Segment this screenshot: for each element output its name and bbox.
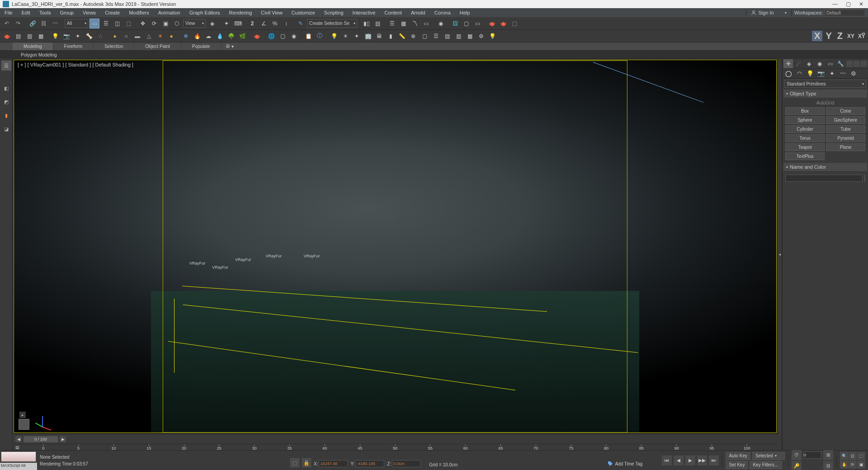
menu-views[interactable]: Views: [78, 8, 100, 17]
menu-edit[interactable]: Edit: [17, 8, 35, 17]
box-icon[interactable]: ▢: [278, 31, 288, 41]
zoom-extents-button[interactable]: ⬚: [857, 452, 865, 460]
ribbon-tab-object-paint[interactable]: Object Paint: [134, 43, 181, 50]
column-icon[interactable]: ▮: [386, 31, 396, 41]
shapes-category-button[interactable]: ◠: [795, 70, 803, 78]
maximize-button[interactable]: ▢: [846, 1, 851, 7]
xy2-plane-button[interactable]: XY̅: [857, 33, 866, 39]
building-icon[interactable]: 🏢: [363, 31, 373, 41]
cone-icon[interactable]: △: [144, 31, 154, 41]
set-key-button[interactable]: Set Key: [726, 461, 748, 469]
teapot-icon[interactable]: 🫖: [2, 31, 12, 41]
selection-filter-dropdown[interactable]: All: [65, 19, 88, 28]
geometry-category-button[interactable]: ◯: [784, 70, 793, 78]
camera-icon[interactable]: 📷: [61, 31, 71, 41]
panel-icon-2[interactable]: ▥: [24, 31, 34, 41]
time-ruler[interactable]: ▤ 0 5 10 15 20 25 30 35 40 45 50 55 60 6…: [13, 444, 778, 450]
menu-create[interactable]: Create: [100, 8, 124, 17]
teapot2-icon[interactable]: 🫖: [252, 31, 262, 41]
menu-tools[interactable]: Tools: [35, 8, 56, 17]
viewport[interactable]: [ + ] [ VRayCam001 ] [ Standard ] [ Defa…: [14, 60, 777, 433]
globe-icon[interactable]: 🌐: [266, 31, 276, 41]
menu-interactive[interactable]: Interactive: [348, 8, 380, 17]
unlink-button[interactable]: ⛓: [39, 19, 49, 28]
ribbon-tab-freeform[interactable]: Freeform: [53, 43, 94, 50]
bind-spacewarp-button[interactable]: 〰: [50, 19, 60, 28]
autogrid-checkbox[interactable]: AutoGrid: [785, 100, 865, 107]
cmd-tiny-3[interactable]: [861, 61, 867, 67]
helpers-category-button[interactable]: ✦: [828, 70, 836, 78]
lightbulb3-icon[interactable]: 💡: [487, 31, 497, 41]
key-mode-toggle[interactable]: 🔑: [792, 461, 802, 470]
settings-icon[interactable]: ⚙: [476, 31, 486, 41]
sphere-gold-icon[interactable]: ●: [110, 31, 120, 41]
cameras-category-button[interactable]: 📷: [817, 70, 825, 78]
ribbon-tab-selection[interactable]: Selection: [94, 43, 134, 50]
select-by-name-button[interactable]: ☰: [101, 19, 111, 28]
menu-rendering[interactable]: Rendering: [225, 8, 257, 17]
menu-customize[interactable]: Customize: [287, 8, 320, 17]
max-toggle-button[interactable]: ▣: [857, 461, 865, 469]
workspaces-selector[interactable]: Workspaces:: [791, 9, 868, 16]
next-key-button[interactable]: ▶▶: [697, 456, 707, 465]
select-object-button[interactable]: ▭: [90, 19, 99, 28]
object-color-swatch[interactable]: [864, 175, 865, 182]
particle-icon[interactable]: ∴: [95, 31, 105, 41]
material-editor-button[interactable]: ◉: [436, 19, 446, 28]
panel-icon-3[interactable]: ▦: [36, 31, 46, 41]
edit-selection-set-button[interactable]: ✎: [296, 19, 306, 28]
create-textplus-button[interactable]: TextPlus: [785, 152, 825, 160]
menu-help[interactable]: Help: [455, 8, 475, 17]
maxscript-mini-listener[interactable]: MAXScript Mi: [0, 463, 37, 470]
percent-snap-button[interactable]: %: [270, 19, 280, 28]
mirror-button[interactable]: ▮▯: [362, 19, 372, 28]
lightbulb2-icon[interactable]: 💡: [329, 31, 339, 41]
viewport-label[interactable]: [ + ] [ VRayCam001 ] [ Standard ] [ Defa…: [18, 62, 133, 67]
viewport-maximize-button[interactable]: [19, 419, 29, 430]
create-geosphere-button[interactable]: GeoSphere: [826, 116, 865, 124]
menu-group[interactable]: Group: [55, 8, 78, 17]
building2-icon[interactable]: 🏛: [374, 31, 384, 41]
toggle-layer-explorer-button[interactable]: ☰: [387, 19, 397, 28]
render-setup-button[interactable]: 🖼: [450, 19, 460, 28]
render-in-cloud-button[interactable]: ⬚: [510, 19, 520, 28]
workspaces-input[interactable]: [825, 9, 865, 16]
object-type-rollout-header[interactable]: Object Type: [783, 90, 867, 98]
atmosphere-icon[interactable]: ☁: [203, 31, 213, 41]
x-coord-input[interactable]: [319, 460, 348, 467]
scene-explorer-toggle-button[interactable]: ☰: [1, 61, 11, 71]
create-tab-button[interactable]: ✚: [783, 59, 793, 68]
rendered-frame-button[interactable]: ▢: [462, 19, 472, 28]
schematic-view-button[interactable]: ▭: [421, 19, 431, 28]
clipboard-icon[interactable]: 📋: [303, 31, 313, 41]
sign-in-button[interactable]: Sign In ▾: [746, 10, 791, 15]
redo-button[interactable]: ↷: [13, 19, 23, 28]
layers-icon[interactable]: ▤: [442, 31, 452, 41]
keyboard-shortcut-button[interactable]: ⌨: [233, 19, 243, 28]
create-cylinder-button[interactable]: Cylinder: [785, 125, 825, 133]
key-mode-dropdown[interactable]: Selected: [752, 452, 785, 460]
snap-2d-button[interactable]: 2: [247, 19, 257, 28]
sphere-gold2-icon[interactable]: ●: [166, 31, 176, 41]
systems-category-button[interactable]: ⚙: [849, 70, 858, 78]
create-sphere-button[interactable]: Sphere: [785, 116, 825, 124]
cylinder-icon[interactable]: ▬: [132, 31, 142, 41]
bone-icon[interactable]: 🦴: [84, 31, 94, 41]
selection-lock-button[interactable]: 🔒: [302, 458, 311, 467]
helper-icon[interactable]: ✦: [73, 31, 83, 41]
add-time-tag-button[interactable]: Add Time Tag: [608, 460, 662, 467]
sphere-white-icon[interactable]: ○: [121, 31, 131, 41]
command-panel-expander[interactable]: ◂: [778, 59, 782, 450]
hide-icon[interactable]: ◪: [1, 124, 11, 134]
window-icon[interactable]: ▢: [420, 31, 429, 41]
y-coord-input[interactable]: [355, 460, 384, 467]
lights-category-button[interactable]: 💡: [806, 70, 814, 78]
create-box-button[interactable]: Box: [785, 107, 825, 115]
ribbon-pin-button[interactable]: ⦿ ▾: [221, 43, 239, 50]
time-snap-button[interactable]: ⊟: [823, 461, 833, 470]
z-coord-input[interactable]: [392, 460, 421, 467]
utilities-tab-button[interactable]: 🔧: [836, 59, 845, 68]
menu-civil-view[interactable]: Civil View: [256, 8, 287, 17]
teapot-button-2[interactable]: 🫖: [499, 19, 509, 28]
placement-button[interactable]: ⬡: [172, 19, 182, 28]
